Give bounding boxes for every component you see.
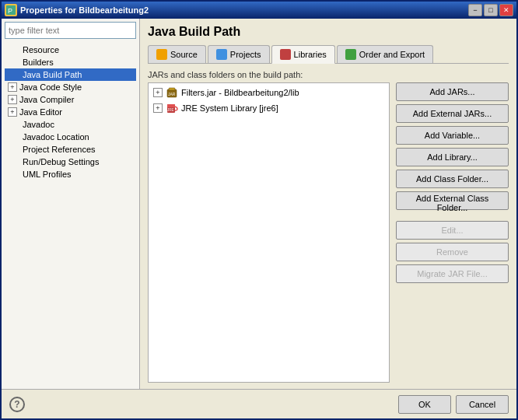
window-icon: P	[5, 4, 17, 16]
window-title: Properties for Bildbearbeitung2	[20, 5, 468, 15]
jar-expand-filters-jar[interactable]: +	[153, 88, 163, 97]
sidebar-item-label-builders: Builders	[23, 58, 54, 67]
tab-label-libraries: Libraries	[294, 50, 327, 59]
tab-label-source: Source	[170, 50, 198, 59]
cancel-button[interactable]: Cancel	[456, 395, 509, 414]
close-button[interactable]: ✕	[499, 4, 513, 16]
bottom-bar: ? OK Cancel	[2, 389, 516, 418]
sidebar-item-label-project-references: Project References	[23, 145, 96, 154]
sidebar-item-java-editor[interactable]: +Java Editor	[5, 106, 136, 118]
tab-projects[interactable]: Projects	[208, 45, 270, 63]
add-library-button[interactable]: Add Library...	[396, 148, 509, 166]
remove-button: Remove	[396, 243, 509, 261]
add-class-folder-button[interactable]: Add Class Folder...	[396, 170, 509, 188]
sidebar-item-label-java-compiler: Java Compiler	[19, 95, 74, 104]
panel-title: Java Build Path	[148, 25, 509, 39]
jar-icon-filters-jar: JAR	[166, 86, 178, 99]
tab-bar: SourceProjectsLibrariesOrder and Export	[148, 45, 509, 64]
sidebar-item-label-uml-profiles: UML Profiles	[23, 170, 72, 179]
tab-label-projects: Projects	[230, 50, 261, 59]
sidebar-item-label-java-code-style: Java Code Style	[19, 82, 82, 92]
sidebar-item-javadoc-location[interactable]: Javadoc Location	[5, 131, 136, 143]
maximize-button[interactable]: □	[484, 4, 498, 16]
tab-source[interactable]: Source	[148, 45, 206, 63]
minimize-button[interactable]: −	[468, 4, 482, 16]
buttons-panel: Add JARs...Add External JARs...Add Varia…	[396, 82, 509, 383]
bottom-buttons: OK Cancel	[398, 395, 509, 414]
sidebar-item-run-debug-settings[interactable]: Run/Debug Settings	[5, 156, 136, 168]
sidebar-item-project-references[interactable]: Project References	[5, 143, 136, 156]
content-area: ResourceBuildersJava Build Path+Java Cod…	[2, 19, 516, 389]
sidebar-item-label-java-build-path: Java Build Path	[23, 70, 82, 79]
expand-icon-java-code-style[interactable]: +	[8, 82, 17, 92]
add-jars-button[interactable]: Add JARs...	[396, 82, 509, 101]
sidebar-item-label-javadoc: Javadoc	[23, 120, 54, 129]
expand-icon-java-editor[interactable]: +	[8, 107, 17, 117]
tab-order-and-export[interactable]: Order and Export	[337, 45, 433, 63]
sidebar-item-javadoc[interactable]: Javadoc	[5, 118, 136, 131]
sidebar-item-uml-profiles[interactable]: UML Profiles	[5, 168, 136, 180]
sidebar-item-label-resource: Resource	[23, 45, 59, 54]
jar-icon-jre-system-library: JRE	[166, 102, 178, 114]
tab-icon-libraries	[280, 49, 291, 60]
svg-text:P: P	[8, 7, 12, 15]
main-panel: Java Build Path SourceProjectsLibrariesO…	[140, 19, 516, 389]
jar-item-label-jre-system-library: JRE System Library [jre6]	[181, 103, 278, 113]
title-bar: P Properties for Bildbearbeitung2 − □ ✕	[2, 2, 516, 19]
svg-text:JAR: JAR	[168, 92, 176, 96]
svg-rect-3	[169, 88, 175, 90]
sidebar-item-java-build-path[interactable]: Java Build Path	[5, 68, 136, 81]
title-bar-buttons: − □ ✕	[468, 4, 513, 16]
add-external-class-folder-button[interactable]: Add External Class Folder...	[396, 191, 509, 210]
add-external-jars-button[interactable]: Add External JARs...	[396, 104, 509, 123]
sidebar-item-resource[interactable]: Resource	[5, 44, 136, 56]
tab-icon-source	[156, 49, 167, 60]
ok-button[interactable]: OK	[398, 395, 451, 414]
sidebar-item-label-java-editor: Java Editor	[19, 107, 62, 117]
jar-item-label-filters-jar: Filters.jar - Bildbearbeitung2/lib	[181, 88, 299, 97]
jar-list-area[interactable]: + JAR Filters.jar - Bildbearbeitung2/lib…	[148, 82, 390, 383]
expand-icon-java-compiler[interactable]: +	[8, 95, 17, 104]
tab-icon-order-and-export	[345, 49, 356, 60]
sidebar-item-label-javadoc-location: Javadoc Location	[23, 132, 89, 142]
help-button[interactable]: ?	[9, 397, 25, 412]
tab-icon-projects	[216, 49, 227, 60]
svg-text:JRE: JRE	[167, 108, 174, 112]
add-variable-button[interactable]: Add Variable...	[396, 126, 509, 145]
jar-item-filters-jar[interactable]: + JAR Filters.jar - Bildbearbeitung2/lib	[150, 85, 387, 100]
sidebar: ResourceBuildersJava Build Path+Java Cod…	[2, 19, 140, 389]
sidebar-item-java-code-style[interactable]: +Java Code Style	[5, 81, 136, 93]
jar-list-label: JARs and class folders on the build path…	[148, 70, 509, 79]
jar-item-jre-system-library[interactable]: + JRE JRE System Library [jre6]	[150, 100, 387, 116]
main-window: P Properties for Bildbearbeitung2 − □ ✕ …	[0, 0, 518, 420]
tab-libraries[interactable]: Libraries	[271, 45, 335, 64]
sidebar-item-java-compiler[interactable]: +Java Compiler	[5, 93, 136, 106]
sidebar-items-container: ResourceBuildersJava Build Path+Java Cod…	[5, 44, 136, 180]
sidebar-item-label-run-debug-settings: Run/Debug Settings	[23, 157, 99, 166]
filter-input[interactable]	[5, 22, 136, 39]
jar-expand-jre-system-library[interactable]: +	[153, 103, 163, 113]
svg-rect-6	[167, 104, 175, 107]
migrate-jar-button: Migrate JAR File...	[396, 264, 509, 283]
button-separator	[396, 213, 509, 218]
tab-label-order-and-export: Order and Export	[359, 50, 425, 59]
edit-button: Edit...	[396, 221, 509, 240]
panel-body: + JAR Filters.jar - Bildbearbeitung2/lib…	[148, 82, 509, 383]
sidebar-item-builders[interactable]: Builders	[5, 56, 136, 68]
